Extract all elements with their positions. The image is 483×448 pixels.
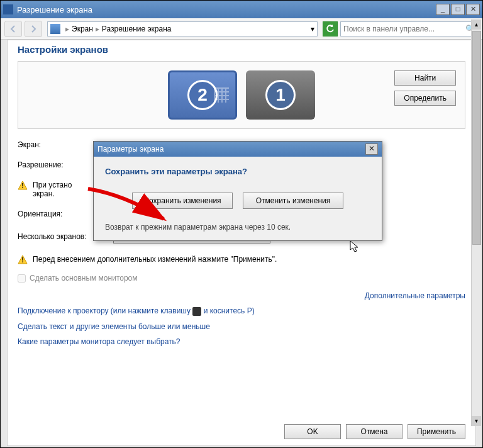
row-primary: Сделать основным монитором (18, 274, 465, 283)
monitor-1[interactable]: 1 (246, 70, 315, 120)
maximize-button[interactable]: □ (451, 4, 465, 15)
warning-text: Перед внесением дополнительных изменений… (33, 255, 277, 264)
titlebar[interactable]: Разрешение экрана _ □ ✕ (1, 1, 482, 18)
arrow-right-icon (28, 24, 38, 34)
monitor-2[interactable]: 2 (168, 70, 237, 120)
svg-text:!: ! (21, 182, 23, 189)
content-area: Настройки экранов 2 1 Найти Определить Э… (7, 40, 476, 446)
warning-text: При устаноэкран. (33, 181, 72, 198)
link-advanced[interactable]: Дополнительные параметры (18, 291, 465, 300)
toolbar: ▸ Экран ▸ Разрешение экрана ▾ 🔍 (1, 18, 482, 40)
warning-icon: ! (18, 255, 28, 265)
windows-key-icon (192, 307, 201, 316)
find-button[interactable]: Найти (394, 70, 456, 86)
primary-label: Сделать основным монитором (30, 274, 138, 283)
save-changes-button[interactable]: Сохранить изменения (132, 193, 233, 209)
link-which-settings[interactable]: Какие параметры монитора следует выбрать… (18, 337, 465, 346)
arrow-left-icon (8, 24, 18, 34)
monitor-icon (50, 24, 60, 34)
ok-button[interactable]: OK (284, 424, 341, 439)
breadcrumb[interactable]: ▸ Экран ▸ Разрешение экрана ▾ (47, 21, 318, 36)
nav-forward-button[interactable] (25, 21, 42, 37)
label-orientation: Ориентация: (18, 210, 99, 218)
grid-icon (214, 87, 229, 103)
app-icon (3, 4, 13, 14)
dialog-buttons: Сохранить изменения Отменить изменения (105, 193, 370, 209)
dialog-title: Параметры экрана (97, 145, 164, 154)
breadcrumb-part[interactable]: Экран (72, 25, 93, 33)
scroll-down-button[interactable]: ▾ (472, 416, 481, 426)
close-button[interactable]: ✕ (466, 4, 480, 15)
warning-apply: ! Перед внесением дополнительных изменен… (18, 255, 465, 265)
primary-checkbox (18, 274, 26, 283)
label-screen: Экран: (18, 140, 99, 149)
dialog-titlebar[interactable]: Параметры экрана ✕ (94, 142, 382, 157)
dialog-question: Сохранить эти параметры экрана? (105, 167, 370, 176)
refresh-button[interactable] (323, 21, 338, 36)
minimize-button[interactable]: _ (436, 4, 450, 15)
confirm-dialog: Параметры экрана ✕ Сохранить эти парамет… (93, 141, 382, 241)
detect-button[interactable]: Определить (394, 91, 456, 106)
window-title: Разрешение экрана (17, 5, 435, 14)
link-text-size[interactable]: Сделать текст и другие элементы больше и… (18, 322, 465, 331)
page-heading: Настройки экранов (18, 44, 465, 55)
label-resolution: Разрешение: (18, 160, 99, 169)
refresh-icon (326, 25, 335, 33)
breadcrumb-sep: ▸ (96, 25, 99, 33)
search-box[interactable]: 🔍 (340, 21, 479, 36)
monitor-number: 2 (187, 80, 218, 110)
monitor-number: 1 (265, 80, 296, 110)
revert-changes-button[interactable]: Отменить изменения (243, 193, 343, 209)
dialog-body: Сохранить эти параметры экрана? Сохранит… (94, 157, 382, 240)
link-projector[interactable]: Подключение к проектору (или нажмите кла… (18, 306, 465, 316)
vertical-scrollbar[interactable]: ▴ ▾ (471, 20, 481, 426)
breadcrumb-part[interactable]: Разрешение экрана (102, 25, 172, 33)
dialog-countdown: Возврат к прежним параметрам экрана чере… (105, 223, 370, 232)
breadcrumb-sep: ▸ (65, 25, 69, 33)
breadcrumb-dropdown[interactable]: ▾ (311, 25, 314, 33)
apply-button[interactable]: Применить (408, 424, 465, 439)
scroll-thumb[interactable] (472, 31, 481, 245)
cancel-button[interactable]: Отмена (346, 424, 402, 439)
dialog-close-button[interactable]: ✕ (365, 143, 378, 155)
search-input[interactable] (343, 25, 465, 33)
warning-icon: ! (18, 181, 28, 191)
scroll-up-button[interactable]: ▴ (472, 20, 481, 30)
label-multi: Несколько экранов: (18, 232, 106, 241)
svg-text:!: ! (21, 257, 23, 264)
monitor-preview: 2 1 Найти Определить (18, 61, 465, 129)
monitor-actions: Найти Определить (394, 70, 456, 106)
nav-back-button[interactable] (4, 21, 22, 37)
dialog-buttons: OK Отмена Применить (284, 424, 465, 439)
